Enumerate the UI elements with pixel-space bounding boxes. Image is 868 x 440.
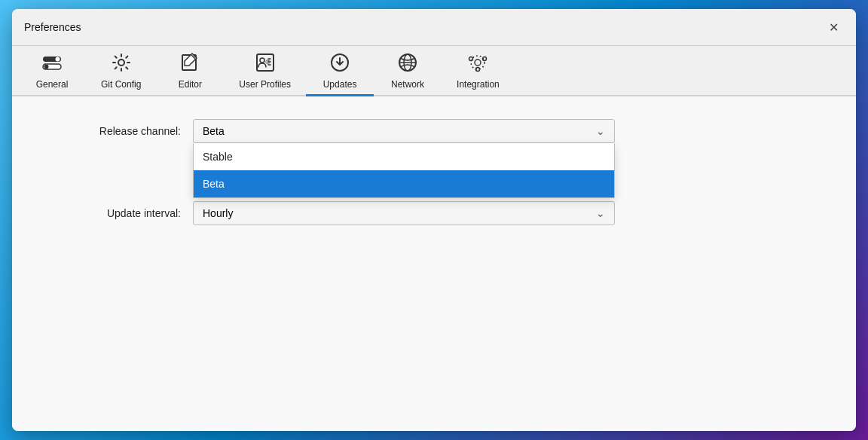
- tab-general-label: General: [36, 79, 69, 90]
- update-interval-arrow-icon: ⌄: [596, 207, 605, 219]
- svg-point-17: [476, 68, 480, 72]
- svg-point-7: [260, 58, 264, 63]
- option-beta[interactable]: Beta: [194, 170, 614, 197]
- edit-icon: [179, 52, 200, 76]
- svg-point-16: [483, 57, 487, 61]
- integration-icon: [467, 52, 488, 76]
- tab-user-profiles-label: User Profiles: [239, 79, 291, 90]
- preferences-dialog: Preferences ✕ General: [12, 9, 856, 431]
- updates-tab-content: Release channel: Beta ⌄ Stable Beta Auto…: [12, 96, 856, 431]
- release-channel-select[interactable]: Beta ⌄: [193, 119, 615, 143]
- svg-point-3: [44, 65, 49, 69]
- update-interval-value: Hourly: [203, 207, 596, 219]
- update-interval-dropdown-wrapper: Hourly ⌄: [193, 201, 615, 225]
- release-channel-popup: Stable Beta: [193, 143, 615, 198]
- release-channel-value: Beta: [203, 125, 596, 137]
- user-profiles-icon: @: [255, 52, 276, 76]
- network-icon: [397, 52, 418, 76]
- title-bar: Preferences ✕: [12, 9, 856, 46]
- svg-point-13: [475, 60, 481, 66]
- tab-network-label: Network: [391, 79, 424, 90]
- tab-integration[interactable]: Integration: [442, 46, 515, 96]
- option-stable[interactable]: Stable: [194, 143, 614, 170]
- dialog-title: Preferences: [24, 21, 81, 33]
- tab-updates[interactable]: Updates: [306, 46, 374, 96]
- close-button[interactable]: ✕: [823, 17, 844, 38]
- release-channel-row: Release channel: Beta ⌄ Stable Beta: [42, 119, 826, 143]
- release-channel-arrow-icon: ⌄: [596, 125, 605, 137]
- tab-editor-label: Editor: [179, 79, 202, 90]
- tab-editor[interactable]: Editor: [156, 46, 224, 96]
- tab-user-profiles[interactable]: @ User Profiles: [224, 46, 306, 96]
- update-interval-label: Update interval:: [42, 207, 193, 219]
- svg-point-15: [469, 57, 473, 61]
- svg-text:@: @: [265, 59, 270, 64]
- tab-git-config[interactable]: Git Config: [86, 46, 156, 96]
- svg-point-1: [56, 57, 60, 62]
- tab-updates-label: Updates: [323, 79, 357, 90]
- tab-network[interactable]: Network: [374, 46, 442, 96]
- update-interval-row: Update interval: Hourly ⌄: [42, 201, 826, 225]
- update-interval-select[interactable]: Hourly ⌄: [193, 201, 615, 225]
- svg-point-4: [118, 60, 124, 66]
- gear-icon: [111, 52, 132, 76]
- tab-integration-label: Integration: [457, 79, 500, 90]
- release-channel-dropdown-wrapper: Beta ⌄ Stable Beta: [193, 119, 615, 143]
- release-channel-label: Release channel:: [42, 125, 193, 137]
- download-icon: [329, 52, 350, 76]
- tab-git-config-label: Git Config: [101, 79, 141, 90]
- tab-bar: General Git Config Editor: [12, 46, 856, 96]
- toggle-icon: [41, 52, 63, 76]
- tab-general[interactable]: General: [18, 46, 86, 96]
